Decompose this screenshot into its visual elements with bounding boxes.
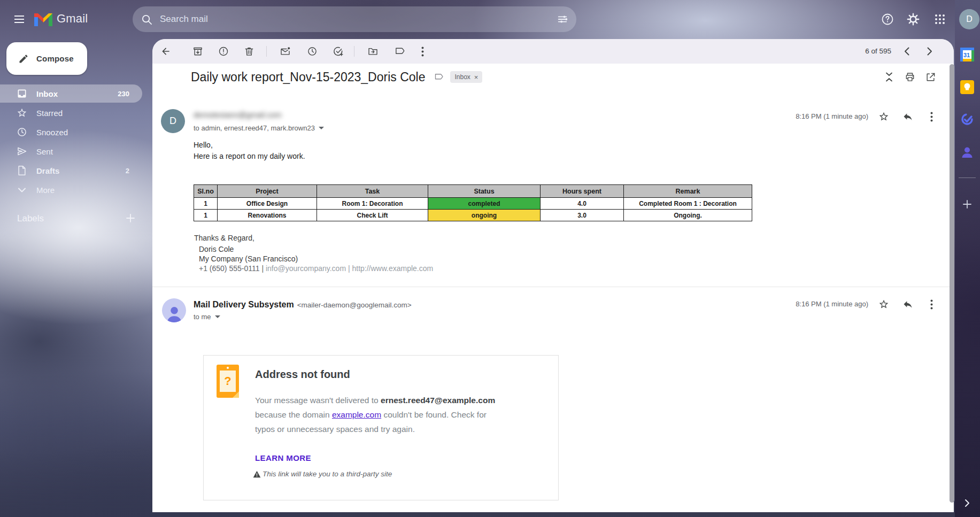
search-input[interactable] — [160, 14, 557, 25]
more-options-kebab-icon[interactable] — [922, 107, 941, 126]
search-options-tune-icon[interactable] — [557, 14, 568, 25]
sidebar-item-inbox[interactable]: Inbox 230 — [0, 84, 142, 103]
gmail-app: 31 — [0, 0, 980, 517]
sender-avatar[interactable]: D — [161, 109, 185, 133]
move-to-folder-icon[interactable] — [363, 42, 382, 61]
toolbar-divider — [266, 46, 267, 57]
table-row: 1 Office Design Room 1: Decoration compl… — [194, 198, 752, 210]
sender-email-blurred[interactable]: demotestann@gmail.com — [194, 111, 282, 119]
back-arrow-icon[interactable] — [156, 42, 175, 61]
reply-icon[interactable] — [898, 295, 917, 314]
sidebar-item-label: Snoozed — [36, 128, 68, 137]
label-icon[interactable] — [390, 42, 409, 61]
status-cell-completed: completed — [428, 198, 541, 210]
expand-side-panel-icon[interactable] — [959, 495, 975, 511]
keep-icon[interactable] — [959, 79, 975, 95]
reply-icon[interactable] — [898, 107, 917, 126]
rail-divider — [959, 178, 976, 178]
settings-gear-icon[interactable] — [904, 10, 923, 29]
print-icon[interactable] — [900, 67, 920, 87]
inbox-icon — [16, 88, 28, 99]
recipients-line[interactable]: to admin, ernest.reed47, mark.brown23 — [194, 124, 324, 132]
add-to-tasks-icon[interactable] — [328, 42, 348, 61]
sidebar: Compose Inbox 230 Starred — [0, 38, 152, 517]
sidebar-item-label: Drafts — [36, 166, 59, 175]
side-panel-rail: 31 — [955, 0, 980, 517]
sidebar-item-starred[interactable]: Starred — [0, 104, 142, 122]
older-chevron-right-icon[interactable] — [920, 42, 939, 61]
signature-company: My Company (San Francisco) — [199, 254, 298, 263]
calendar-icon[interactable]: 31 — [959, 47, 975, 63]
email-body-greeting: Hello, — [194, 141, 213, 149]
tasks-icon[interactable] — [959, 111, 975, 127]
star-icon[interactable] — [874, 295, 893, 314]
remove-label-close-icon[interactable]: × — [474, 73, 479, 81]
mail-reading-pane: 6 of 595 Daily work report_Nov-15-2023_D… — [152, 39, 954, 512]
sender-address: <mailer-daemon@googlemail.com> — [297, 301, 412, 309]
mail-toolbar: 6 of 595 — [152, 39, 954, 64]
newer-chevron-left-icon[interactable] — [897, 42, 916, 61]
thread-divider — [152, 287, 954, 287]
search-icon[interactable] — [141, 14, 152, 25]
failed-recipient-address: ernest.reed47@example.com — [381, 396, 495, 405]
sender-name[interactable]: Mail Delivery Subsystem<mailer-daemon@go… — [194, 300, 412, 310]
subject-row: Daily work report_Nov-15-2023_Doris Cole… — [191, 65, 482, 89]
col-header: Status — [428, 185, 541, 198]
warning-triangle-icon — [253, 470, 261, 478]
show-details-caret-icon[interactable] — [319, 127, 324, 129]
snooze-clock-icon[interactable] — [303, 42, 322, 61]
sidebar-item-more[interactable]: More — [0, 181, 142, 199]
open-in-new-icon[interactable] — [921, 67, 940, 87]
delivery-failure-card: ? Address not found Your message wasn't … — [203, 355, 559, 500]
third-party-disclaimer: This link will take you to a third-party… — [253, 470, 392, 478]
collapse-all-icon[interactable] — [879, 67, 899, 87]
mark-unread-icon[interactable] — [275, 42, 295, 61]
signature-closing: Thanks & Regard, — [194, 234, 254, 242]
email-body-intro: Here is a report on my daily work. — [194, 152, 305, 160]
vertical-scrollbar[interactable] — [950, 64, 954, 503]
sidebar-item-drafts[interactable]: Drafts 2 — [0, 161, 142, 180]
chevron-down-icon — [16, 188, 28, 192]
compose-button[interactable]: Compose — [6, 42, 87, 75]
pencil-icon — [18, 53, 29, 64]
learn-more-link[interactable]: LEARN MORE — [255, 453, 311, 462]
toolbar-divider — [354, 46, 354, 57]
star-icon — [16, 107, 28, 118]
gmail-wordmark: Gmail — [57, 12, 88, 26]
star-icon[interactable] — [874, 107, 893, 126]
compose-label: Compose — [36, 54, 74, 63]
col-header: Hours spent — [541, 185, 624, 198]
help-icon[interactable] — [878, 10, 897, 29]
google-apps-grid-icon[interactable] — [930, 10, 950, 29]
email2-timestamp: 8:16 PM (1 minute ago) — [751, 300, 868, 308]
domain-link[interactable]: example.com — [332, 410, 381, 419]
mailer-daemon-avatar[interactable] — [162, 298, 186, 322]
sidebar-item-snoozed[interactable]: Snoozed — [0, 123, 142, 141]
more-options-kebab-icon[interactable] — [413, 42, 432, 61]
status-cell-ongoing: ongoing — [428, 210, 541, 221]
topbar: Gmail — [0, 0, 980, 38]
create-label-plus-icon[interactable] — [122, 210, 139, 227]
get-addons-plus-icon[interactable] — [959, 196, 975, 212]
search-bar[interactable] — [133, 6, 576, 32]
account-avatar[interactable]: D — [959, 9, 979, 29]
contacts-icon[interactable] — [959, 144, 975, 160]
bounce-title: Address not found — [255, 368, 350, 381]
more-options-kebab-icon[interactable] — [922, 295, 941, 314]
signature-name: Doris Cole — [199, 245, 234, 253]
sidebar-item-label: Starred — [36, 109, 63, 118]
inbox-count: 230 — [118, 90, 129, 98]
report-spam-icon[interactable] — [214, 42, 233, 61]
show-details-caret-icon[interactable] — [215, 315, 220, 318]
hamburger-menu-icon[interactable] — [10, 10, 29, 29]
archive-icon[interactable] — [188, 42, 207, 61]
sidebar-item-sent[interactable]: Sent — [0, 142, 142, 160]
table-row: 1 Renovations Check Lift ongoing 3.0 Ong… — [194, 210, 752, 221]
col-header: Task — [317, 185, 428, 198]
delete-trash-icon[interactable] — [240, 42, 259, 61]
inbox-label-chip[interactable]: Inbox × — [450, 71, 482, 83]
daily-report-table: Sl.no Project Task Status Hours spent Re… — [194, 184, 752, 221]
recipients-line[interactable]: to me — [194, 313, 220, 321]
label-tag-icon[interactable] — [434, 72, 444, 82]
svg-text:31: 31 — [963, 52, 970, 58]
